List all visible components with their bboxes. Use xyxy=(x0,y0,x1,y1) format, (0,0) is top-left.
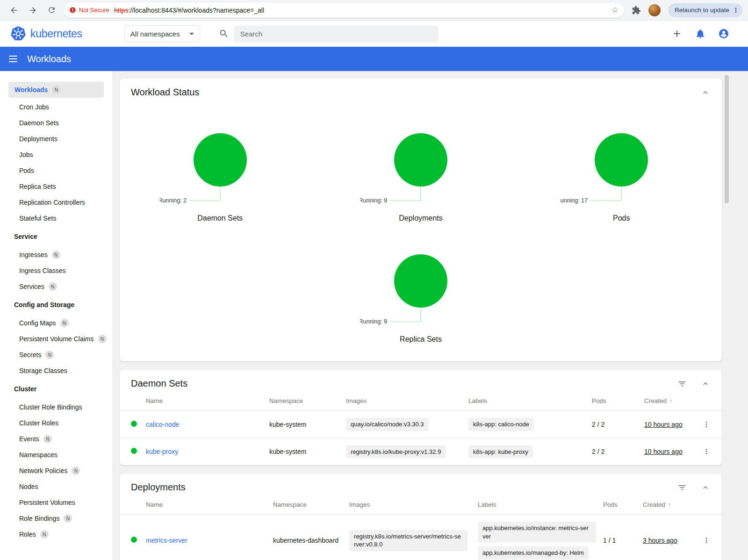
url-scheme: https xyxy=(114,7,128,14)
namespace-selector[interactable]: All namespaces xyxy=(124,25,200,42)
sidebar-item-replication-controllers[interactable]: Replication Controllers xyxy=(0,194,112,210)
new-badge: N xyxy=(49,282,57,291)
sidebar-item-workloads[interactable]: WorkloadsN xyxy=(0,80,112,99)
bookmark-star-icon[interactable]: ☆ xyxy=(611,6,619,14)
filter-icon[interactable] xyxy=(677,379,687,389)
column-header-pods[interactable]: Pods xyxy=(603,495,643,515)
notifications-bell-icon[interactable] xyxy=(695,28,706,39)
column-header-images: Images xyxy=(349,495,478,515)
not-secure-warning-icon xyxy=(69,7,76,14)
not-secure-label: Not Secure xyxy=(79,7,109,14)
label-chip: k8s-app: kube-proxy xyxy=(468,445,533,459)
sidebar-item-ingress-classes[interactable]: Ingress Classes xyxy=(0,263,112,279)
daemon-sets-card: Daemon Sets Name Namespace Images Labe xyxy=(120,370,722,465)
sidebar-item-stateful-sets[interactable]: Stateful Sets xyxy=(0,210,112,226)
relaunch-update-label: Relaunch to update xyxy=(675,7,729,14)
resource-link[interactable]: metrics-server xyxy=(146,537,187,544)
chart-daemon-sets: Running: 2 Daemon Sets xyxy=(120,131,320,223)
resource-link[interactable]: calico-node xyxy=(146,421,180,428)
filter-icon[interactable] xyxy=(677,482,687,493)
sort-ascending-icon: ↑ xyxy=(668,501,671,508)
table-row: metrics-server kubernetes-dashboard regi… xyxy=(120,515,722,560)
sidebar-section-cluster: Cluster xyxy=(0,379,112,399)
sidebar-item-services[interactable]: ServicesN xyxy=(0,279,112,294)
table-header-row: Name Namespace Images Labels Pods Create… xyxy=(120,392,722,411)
sidebar-item-network-policies[interactable]: Network PoliciesN xyxy=(0,463,112,479)
sidebar-item-replica-sets[interactable]: Replica Sets xyxy=(0,179,112,194)
menu-hamburger-icon[interactable] xyxy=(9,53,20,65)
url-text: https://localhost:8443/#/workloads?names… xyxy=(114,7,608,14)
column-header-namespace[interactable]: Namespace xyxy=(273,495,349,515)
collapse-chevron-icon[interactable] xyxy=(700,87,711,98)
sidebar-item-roles[interactable]: RolesN xyxy=(0,526,112,542)
page-title: Workloads xyxy=(27,54,71,65)
collapse-chevron-icon[interactable] xyxy=(700,379,711,389)
sidebar-item-daemon-sets[interactable]: Daemon Sets xyxy=(0,115,112,131)
row-menu-icon[interactable] xyxy=(702,447,718,456)
cell-created: 10 hours ago xyxy=(644,448,683,455)
row-menu-icon[interactable] xyxy=(702,536,718,545)
sidebar-item-deployments[interactable]: Deployments xyxy=(0,131,112,147)
cell-pods: 2 / 2 xyxy=(592,438,644,465)
column-header-name[interactable]: Name xyxy=(146,392,269,411)
label-chip: app.kubernetes.io/instance: metrics-serv… xyxy=(478,522,596,543)
column-header-pods[interactable]: Pods xyxy=(592,392,644,411)
pie-running-slice xyxy=(194,133,247,187)
browser-forward-button[interactable] xyxy=(27,5,38,16)
browser-reload-button[interactable] xyxy=(46,5,57,16)
cell-created: 3 hours ago xyxy=(643,537,677,544)
column-header-created[interactable]: Created↑ xyxy=(644,392,702,411)
browser-profile-avatar[interactable] xyxy=(648,4,661,16)
collapse-chevron-icon[interactable] xyxy=(700,482,711,493)
create-resource-button[interactable] xyxy=(671,28,683,39)
search-input[interactable] xyxy=(234,26,439,42)
browser-back-button[interactable] xyxy=(8,5,20,16)
kubernetes-logo-icon xyxy=(10,26,26,42)
forward-arrow-icon xyxy=(28,6,37,15)
sidebar-item-events[interactable]: EventsN xyxy=(0,431,112,447)
column-header-namespace[interactable]: Namespace xyxy=(269,392,346,411)
workload-status-card: Workload Status Running: 2 Daemon Sets xyxy=(120,79,722,361)
sidebar-item-cluster-role-bindings[interactable]: Cluster Role Bindings xyxy=(0,399,112,415)
sidebar-item-namespaces[interactable]: Namespaces xyxy=(0,447,112,463)
extensions-icon[interactable] xyxy=(632,6,641,15)
sidebar-item-persistent-volume-claims[interactable]: Persistent Volume ClaimsN xyxy=(0,331,112,347)
cell-namespace: kube-system xyxy=(269,411,346,438)
row-menu-icon[interactable] xyxy=(702,420,718,429)
sidebar-item-secrets[interactable]: SecretsN xyxy=(0,347,112,363)
sidebar-item-pods[interactable]: Pods xyxy=(0,163,112,179)
relaunch-update-button[interactable]: Relaunch to update xyxy=(668,3,742,17)
namespace-selector-value: All namespaces xyxy=(130,30,189,38)
chart-replica-sets: Running: 9 Replica Sets xyxy=(320,252,521,344)
new-badge: N xyxy=(64,514,72,523)
column-header-labels: Labels xyxy=(478,495,603,515)
sidebar-item-ingresses[interactable]: IngressesN xyxy=(0,247,112,263)
pie-running-slice xyxy=(394,254,447,308)
sidebar-item-cron-jobs[interactable]: Cron Jobs xyxy=(0,99,112,115)
sidebar-section-service: Service xyxy=(0,226,112,247)
sidebar-item-storage-classes[interactable]: Storage Classes xyxy=(0,363,112,379)
new-badge: N xyxy=(60,319,69,327)
chart-annotation: Running: 2 xyxy=(159,197,187,204)
sidebar-item-persistent-volumes[interactable]: Persistent Volumes xyxy=(0,495,112,510)
sidebar-item-jobs[interactable]: Jobs xyxy=(0,147,112,163)
new-badge: N xyxy=(72,467,80,475)
sort-ascending-icon: ↑ xyxy=(669,397,673,404)
new-badge: N xyxy=(52,251,60,259)
user-account-icon[interactable] xyxy=(718,28,729,39)
sidebar-item-config-maps[interactable]: Config MapsN xyxy=(0,315,112,331)
cell-namespace: kubernetes-dashboard xyxy=(273,515,349,560)
back-arrow-icon xyxy=(9,6,19,15)
new-badge: N xyxy=(52,86,60,94)
column-header-name[interactable]: Name xyxy=(146,495,273,515)
address-bar[interactable]: Not Secure https://localhost:8443/#/work… xyxy=(64,3,624,18)
new-badge: N xyxy=(40,530,49,538)
column-header-created[interactable]: Created↑ xyxy=(643,495,702,515)
sidebar-item-cluster-roles[interactable]: Cluster Roles xyxy=(0,415,112,431)
plus-icon xyxy=(671,28,683,39)
sidebar-item-nodes[interactable]: Nodes xyxy=(0,479,112,495)
scrollbar-thumb[interactable] xyxy=(725,75,729,203)
card-title-workload-status: Workload Status xyxy=(131,87,687,98)
sidebar-item-role-bindings[interactable]: Role BindingsN xyxy=(0,510,112,526)
resource-link[interactable]: kube-proxy xyxy=(146,448,178,455)
